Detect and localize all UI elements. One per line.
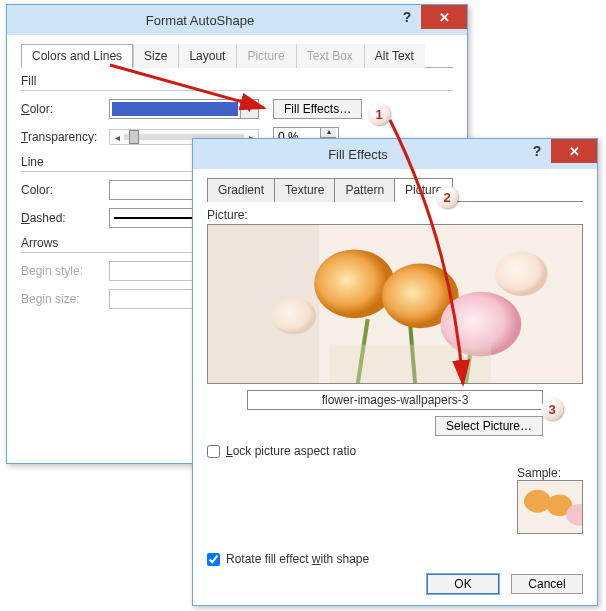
svg-point-8 [495,251,548,295]
tab-texture[interactable]: Texture [274,178,335,202]
tab-picture: Picture [236,44,295,68]
tab-pattern[interactable]: Pattern [334,178,395,202]
dialog-title: Format AutoShape [7,13,393,28]
help-button[interactable]: ? [523,139,551,163]
fill-header: Fill [21,74,453,91]
fill-color-combo[interactable]: ▾ [109,99,259,119]
lock-aspect-checkbox[interactable] [207,445,220,458]
chevron-down-icon: ▾ [240,100,258,118]
fill-effects-dialog: Fill Effects ? ✕ Gradient Texture Patter… [192,138,598,606]
autoshape-tabs: Colors and Lines Size Layout Picture Tex… [21,43,453,68]
begin-style-label: Begin style: [21,264,103,278]
close-button[interactable]: ✕ [421,5,467,29]
begin-size-label: Begin size: [21,292,103,306]
tab-textbox: Text Box [296,44,364,68]
dialog-title: Fill Effects [193,147,523,162]
ok-button[interactable]: OK [427,574,499,594]
rotate-fill-label: Rotate fill effect with shape [226,552,369,566]
sample-label: Sample: [517,466,583,480]
callout-3: 3 [541,398,563,420]
close-button[interactable]: ✕ [551,139,597,163]
tab-size[interactable]: Size [133,44,178,68]
tab-colors-and-lines[interactable]: Colors and Lines [21,44,133,68]
svg-point-5 [314,249,395,318]
tab-gradient[interactable]: Gradient [207,178,275,202]
callout-1: 1 [368,103,390,125]
titlebar-autoshape: Format AutoShape ? ✕ [7,5,467,35]
transparency-label: Transparency: [21,130,103,144]
dash-swatch [114,217,196,219]
callout-2: 2 [436,186,458,208]
svg-point-9 [272,298,316,334]
titlebar-filleffects: Fill Effects ? ✕ [193,139,597,169]
cancel-button[interactable]: Cancel [511,574,583,594]
filleffects-tabs: Gradient Texture Pattern Picture [207,177,583,202]
dialog-buttons: OK Cancel [207,574,583,594]
select-picture-button[interactable]: Select Picture… [435,416,543,436]
line-dashed-label: Dashed: [21,211,103,225]
lock-aspect-check[interactable]: Lock picture aspect ratio [207,444,583,458]
picture-preview [207,224,583,384]
slider-left-icon: ◂ [110,132,124,143]
tab-alttext[interactable]: Alt Text [364,44,425,68]
flower-image [208,225,582,383]
svg-point-12 [524,490,551,513]
svg-rect-10 [329,344,491,383]
picture-name-field: flower-images-wallpapers-3 [247,390,543,410]
line-color-label: Color: [21,183,103,197]
lock-aspect-label: Lock picture aspect ratio [226,444,356,458]
sample-preview [517,480,583,534]
fill-effects-button[interactable]: Fill Effects… [273,99,362,119]
help-button[interactable]: ? [393,5,421,29]
rotate-fill-check[interactable]: Rotate fill effect with shape [207,552,583,566]
fill-color-swatch [112,102,238,116]
rotate-fill-checkbox[interactable] [207,553,220,566]
fill-color-label: Color: [21,102,103,116]
tab-layout[interactable]: Layout [178,44,236,68]
picture-label: Picture: [207,208,583,222]
line-color-swatch [112,183,198,197]
slider-thumb[interactable] [129,130,139,144]
